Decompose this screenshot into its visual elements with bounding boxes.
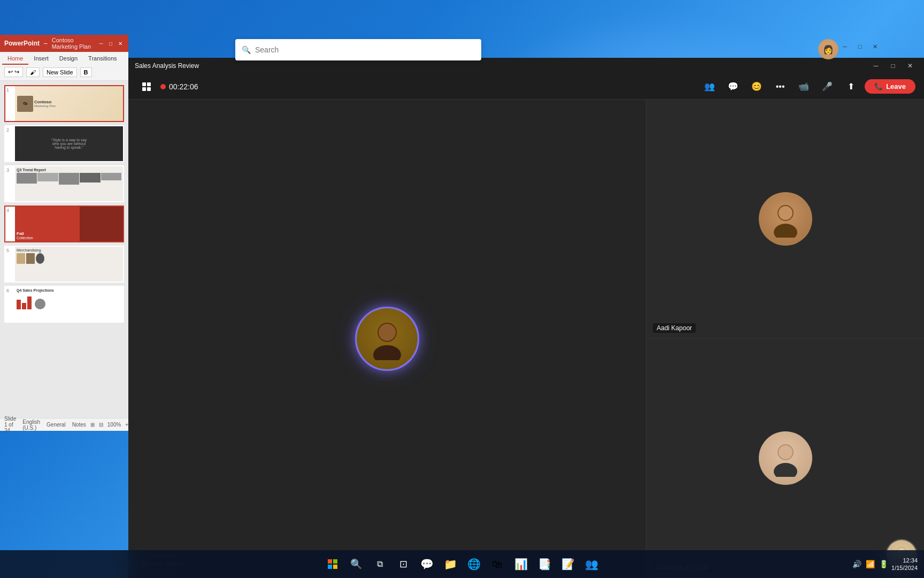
network-icon[interactable]: 📶: [866, 560, 875, 568]
svg-rect-13: [333, 559, 337, 564]
store-button[interactable]: 🛍: [487, 553, 508, 575]
user-avatar[interactable]: 👩: [818, 39, 838, 59]
slide-preview-6: Q4 Sales Projections: [15, 287, 123, 322]
language-indicator: English (U.S.): [22, 419, 40, 431]
ppt-tab-design[interactable]: Design: [54, 53, 83, 65]
close-button[interactable]: ✕: [868, 41, 881, 52]
search-icon: 🔍: [242, 45, 251, 54]
word-button[interactable]: 📝: [557, 553, 579, 575]
widgets-button[interactable]: ⊡: [392, 553, 414, 575]
explorer-icon: 📁: [444, 558, 457, 571]
grid-icon: [142, 82, 151, 91]
task-view-icon: ⧉: [377, 559, 383, 569]
speaker-icon[interactable]: 🔊: [852, 560, 861, 568]
slide-num-3: 3: [5, 166, 13, 174]
search-bar[interactable]: 🔍: [235, 39, 481, 60]
search-taskbar-button[interactable]: 🔍: [345, 553, 367, 575]
taskbar-date: 1/15/2024: [891, 564, 918, 572]
taskbar-time: 12:34: [891, 557, 918, 564]
timer-value: 00:22:06: [169, 82, 198, 91]
format-painter[interactable]: 🖌: [26, 67, 40, 77]
minimize-button[interactable]: ─: [838, 41, 851, 52]
battery-icon[interactable]: 🔋: [879, 560, 888, 568]
slide-thumbnail-2[interactable]: 2 "Style is a way to saywho you are with…: [4, 125, 124, 162]
participant-aadi: Aadi Kapoor: [646, 100, 924, 339]
ppt-tab-insert[interactable]: Insert: [28, 53, 54, 65]
more-options-button[interactable]: •••: [771, 77, 790, 96]
taskbar: 🔍 ⧉ ⊡ 💬 📁 🌐 🛍 📊 📑 📝 👥: [0, 550, 924, 578]
slide-thumbnail-4[interactable]: 4 Fall Collection: [4, 206, 124, 242]
leave-button[interactable]: 📞 Leave: [865, 79, 915, 94]
task-view-button[interactable]: ⧉: [369, 553, 390, 575]
ppt-taskbar-button[interactable]: 📑: [534, 553, 555, 575]
slide-view-sorter[interactable]: ⊟: [99, 422, 103, 428]
slide-preview-5: Merchandising: [15, 247, 123, 282]
svg-rect-14: [328, 565, 332, 569]
mic-button[interactable]: 🎤: [818, 77, 837, 96]
system-tray: 🔊 📶 🔋: [852, 560, 888, 568]
charlotte-silhouette: [767, 439, 804, 477]
taskbar-clock[interactable]: 12:34 1/15/2024: [891, 557, 918, 572]
taskbar-right: 🔊 📶 🔋 12:34 1/15/2024: [852, 557, 918, 572]
recording-indicator: [160, 84, 166, 89]
participant-aadi-name: Aadi Kapoor: [653, 323, 696, 333]
participant-aadi-name-text: Aadi Kapoor: [657, 324, 692, 332]
ppt-close[interactable]: ✕: [117, 40, 124, 47]
people-button[interactable]: 👥: [700, 77, 719, 96]
svg-point-5: [779, 206, 792, 220]
svg-point-1: [373, 345, 401, 360]
edge-button[interactable]: 🌐: [463, 553, 484, 575]
participant-charlotte-face: [759, 431, 812, 485]
chat-button[interactable]: 💬: [723, 77, 743, 96]
excel-button[interactable]: 📊: [510, 553, 532, 575]
svg-rect-15: [333, 565, 337, 569]
teams-maximize-button[interactable]: □: [886, 60, 900, 72]
teams-minimize-button[interactable]: ─: [868, 60, 883, 72]
slide-preview-2: "Style is a way to saywho you are withou…: [15, 126, 123, 161]
slide-num-6: 6: [5, 287, 13, 294]
ppt-maximize[interactable]: □: [107, 40, 114, 47]
teams-close-button[interactable]: ✕: [903, 60, 918, 72]
explorer-button[interactable]: 📁: [440, 553, 461, 575]
slide-counter: Slide 1 of 24: [4, 416, 16, 434]
share-button[interactable]: ⬆: [841, 77, 860, 96]
slide-thumbnail-6[interactable]: 6 Q4 Sales Projections: [4, 286, 124, 323]
start-button[interactable]: [322, 553, 343, 575]
new-slide-button[interactable]: New Slide: [43, 67, 77, 77]
svg-point-7: [774, 463, 797, 477]
undo-redo-toolbar[interactable]: ↩ ↪: [4, 67, 23, 77]
excel-icon: 📊: [514, 558, 528, 571]
bold-button[interactable]: B: [80, 67, 92, 77]
grid-view-button[interactable]: [137, 77, 156, 96]
zoom-slider[interactable]: +: [125, 422, 128, 428]
slide-thumbnail-3[interactable]: 3 Q3 Trend Report: [4, 165, 124, 202]
svg-point-4: [774, 224, 797, 238]
ppt-tab-home[interactable]: Home: [2, 53, 28, 65]
slide-thumbnail-1[interactable]: 1 🛍 Contoso Marketing Plan: [4, 85, 124, 122]
leave-label: Leave: [886, 82, 906, 90]
widgets-icon: ⊡: [399, 558, 407, 570]
ppt-window-controls: ─ □ ✕: [97, 40, 124, 47]
teams-icon: 👥: [585, 558, 598, 571]
slide-view-normal[interactable]: ⊞: [90, 422, 95, 428]
teams-toolbar: 00:22:06 👥 💬 😊 ••• 📹 🎤 ⬆ 📞 Leave: [128, 74, 924, 100]
maximize-button[interactable]: □: [853, 41, 866, 52]
react-button[interactable]: 😊: [747, 77, 766, 96]
ppt-tab-transitions[interactable]: Transitions: [83, 53, 122, 65]
search-input[interactable]: [255, 45, 475, 54]
ppt-app-name: PowerPoint: [4, 40, 40, 47]
phone-leave-icon: 📞: [874, 82, 883, 90]
ppt-doc-name: Contoso Marketing Plan: [52, 37, 93, 50]
ppt-minimize[interactable]: ─: [97, 40, 105, 47]
side-panel: Aadi Kapoor Charlotte de Crum: [646, 100, 924, 578]
svg-rect-12: [328, 559, 332, 564]
search-taskbar-icon: 🔍: [350, 558, 362, 570]
teams-button[interactable]: 👥: [581, 553, 602, 575]
teams-chat-button[interactable]: 💬: [416, 553, 437, 575]
slide-thumbnail-5[interactable]: 5 Merchandising: [4, 246, 124, 283]
notes-button[interactable]: Notes: [72, 422, 86, 428]
aadi-silhouette: [767, 200, 804, 238]
slide-preview-1: 🛍 Contoso Marketing Plan: [15, 86, 123, 121]
theme-indicator: General: [47, 422, 66, 428]
camera-button[interactable]: 📹: [794, 77, 813, 96]
